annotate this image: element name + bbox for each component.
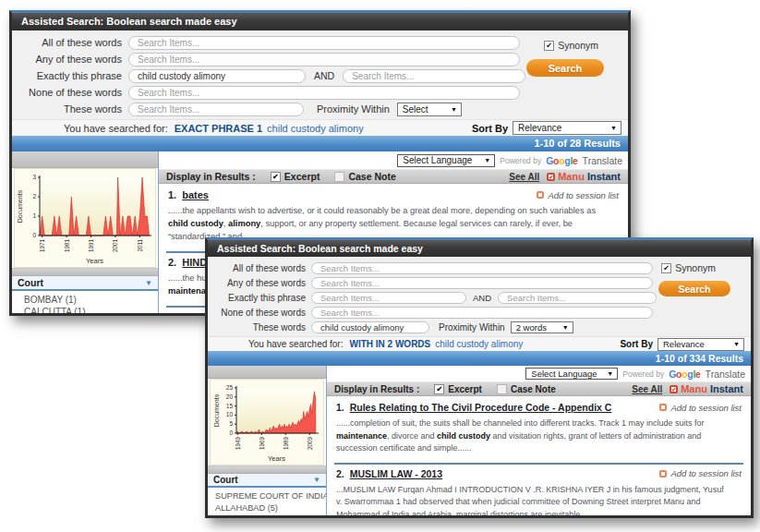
excerpt-toggle[interactable]: ✔ Excerpt [271,171,320,182]
none-words-label: None of these words [208,308,311,318]
svg-text:Documents: Documents [213,393,220,427]
facet-item[interactable]: BOMBAY (1) [24,294,158,306]
display-in-results-bar: Display in Results : ✔ Excerpt Case Note… [159,169,628,184]
see-all-link[interactable]: See All [632,384,662,394]
sort-select[interactable]: Relevance ▼ [657,338,744,351]
results-list: 1. Rules Relating to The Civil Procedure… [327,396,751,515]
sidebar-top-strip [208,366,326,379]
documents-chart-panel: 012319711981199120012011DocumentsYears [14,168,156,268]
synonym-checkbox[interactable]: ✔ [544,41,554,51]
search-button[interactable]: Search [526,59,604,77]
synonym-checkbox[interactable]: ✔ [661,263,671,273]
facet-court-header[interactable]: Court ▼ [12,276,158,291]
none-words-input[interactable] [311,307,653,319]
sort-select[interactable]: Relevance ▼ [513,121,621,135]
add-to-session-icon[interactable] [659,470,667,478]
searched-for-label: You have searched for: [208,339,343,349]
sidebar-divider-strip [12,268,158,276]
proximity-select[interactable]: 2 words ▼ [511,321,573,333]
result-title[interactable]: 1. Rules Relating to The Civil Procedure… [336,402,611,413]
window-title: Assisted Search: Boolean search made eas… [12,13,628,30]
chevron-down-icon[interactable]: ▼ [313,476,320,484]
search-form: All of these words Any of these words Ex… [12,30,628,119]
language-select[interactable]: Select Language ▼ [397,154,495,167]
svg-text:2009: 2009 [307,437,313,451]
svg-text:1981: 1981 [64,239,70,253]
all-words-input[interactable] [128,36,520,50]
proximity-select[interactable]: Select ▼ [397,103,462,116]
display-in-results-label: Display in Results : [334,384,419,394]
manu-instant-link[interactable]: ✔ ManuInstant [670,383,743,394]
chevron-down-icon[interactable]: ▼ [145,279,152,287]
add-to-session[interactable]: Add to session list [537,190,619,200]
result-item: 1. Rules Relating to The Civil Procedure… [334,398,743,465]
result-title[interactable]: 2. MUSLIM LAW - 2013 [336,468,442,479]
excerpt-toggle[interactable]: ✔ Excerpt [434,384,482,394]
synonym-label: Synonym [675,262,716,273]
searched-mode: EXACT PHRASE 1 [175,123,262,134]
case-note-checkbox[interactable] [334,172,344,182]
excerpt-checkbox[interactable]: ✔ [434,384,444,394]
proximity-label: Proximity Within [439,322,505,332]
excerpt-checkbox[interactable]: ✔ [271,172,281,182]
facet-court-header[interactable]: Court ▼ [208,474,326,488]
add-to-session[interactable]: Add to session list [659,468,742,478]
and-phrase-input[interactable] [498,292,657,304]
results-column: Select Language ▼ Powered by Google Tran… [326,366,751,515]
facet-item[interactable]: SUPREME COURT OF INDIA (13) [215,490,326,502]
powered-by-label: Powered by [622,369,664,379]
svg-text:1: 1 [32,212,36,219]
manu-instant-link[interactable]: ✔ ManuInstant [547,171,621,182]
results-count-bar: 1-10 of 334 Results [208,351,751,366]
and-label: AND [314,70,334,81]
any-words-input[interactable] [311,277,653,289]
any-words-input[interactable] [128,53,520,66]
searched-query: child custody alimony [267,123,364,134]
search-button[interactable]: Search [658,281,730,296]
facet-item[interactable]: ALLAHABAD (5) [215,502,326,514]
manu-instant-icon: ✔ [547,173,555,181]
manu-instant-icon: ✔ [670,385,678,393]
all-words-input[interactable] [311,262,653,274]
synonym-toggle[interactable]: ✔ Synonym [544,40,598,51]
synonym-toggle[interactable]: ✔ Synonym [661,262,716,273]
add-to-session-icon[interactable] [659,404,667,411]
these-words-input[interactable] [128,103,304,116]
svg-text:0: 0 [229,429,233,436]
sidebar-top-strip [12,151,158,168]
all-words-label: All of these words [208,263,311,273]
searched-mode: WITH IN 2 WORDS [349,339,430,349]
svg-text:2011: 2011 [137,239,143,252]
synonym-label: Synonym [558,40,598,51]
translate-row: Select Language ▼ Powered by Google Tran… [327,366,751,381]
assisted-search-window-2: Assisted Search: Boolean search made eas… [205,237,754,518]
sort-by-label: Sort By [472,123,508,134]
and-phrase-input[interactable] [343,69,525,83]
these-words-input[interactable] [311,321,429,333]
svg-text:0: 0 [32,232,36,238]
result-excerpt: ...MUSLIM LAW Furqan Ahmad I INTRODUCTIO… [336,484,742,516]
exact-phrase-input[interactable] [311,292,466,304]
exact-phrase-input[interactable] [128,69,306,83]
svg-text:1989: 1989 [283,437,289,451]
result-title[interactable]: 1. bates [168,189,209,200]
these-words-label: These words [208,322,311,332]
documents-per-year-chart: 05101520251949196919892009DocumentsYears [212,381,321,463]
case-note-toggle[interactable]: Case Note [334,171,395,182]
display-in-results-bar: Display in Results : ✔ Excerpt Case Note… [327,381,751,396]
add-to-session[interactable]: Add to session list [659,403,742,413]
svg-text:Documents: Documents [17,189,23,223]
svg-text:2: 2 [32,193,36,200]
chevron-down-icon: ▼ [446,106,457,113]
searched-for-strip: You have searched for: EXACT PHRASE 1 ch… [12,119,628,136]
facet-item[interactable]: CALCUTTA (1) [24,306,158,313]
see-all-link[interactable]: See All [509,172,539,182]
language-select[interactable]: Select Language ▼ [525,368,618,380]
add-to-session-icon[interactable] [537,191,544,199]
svg-text:20: 20 [226,393,234,400]
none-words-input[interactable] [128,86,520,100]
case-note-toggle[interactable]: Case Note [497,384,556,394]
sidebar-divider-strip [208,466,326,474]
translate-label: Translate [706,369,745,380]
case-note-checkbox[interactable] [497,384,507,394]
